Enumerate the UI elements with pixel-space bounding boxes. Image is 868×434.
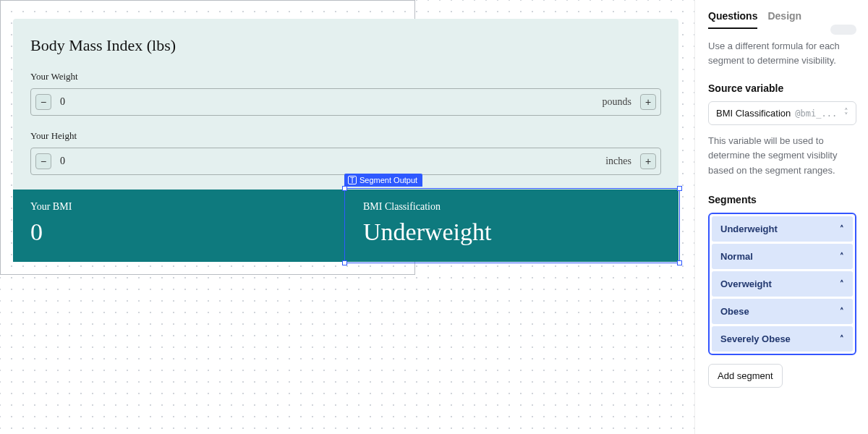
form-title: Body Mass Index (lbs) bbox=[30, 36, 661, 55]
toggle-partial[interactable] bbox=[830, 25, 856, 35]
sidebar: Questions Design Use a different formula… bbox=[694, 0, 868, 434]
source-variable-name: BMI Classification bbox=[716, 108, 791, 119]
segment-item-label: Normal bbox=[720, 251, 753, 262]
resize-handle[interactable] bbox=[677, 260, 682, 265]
segment-item[interactable]: Underweight ˄ bbox=[712, 216, 853, 242]
height-increment-button[interactable]: + bbox=[640, 153, 656, 169]
segment-description: Use a different formula for each segment… bbox=[708, 39, 856, 68]
segment-item[interactable]: Normal ˄ bbox=[712, 244, 853, 269]
segment-item[interactable]: Overweight ˄ bbox=[712, 271, 853, 297]
weight-decrement-button[interactable]: − bbox=[35, 94, 51, 110]
select-stepper-icon: ˄˅ bbox=[844, 109, 848, 118]
chevron-up-icon: ˄ bbox=[840, 334, 844, 344]
chevron-up-icon: ˄ bbox=[840, 279, 844, 289]
tab-questions[interactable]: Questions bbox=[708, 10, 757, 29]
height-input[interactable]: − 0 inches + bbox=[30, 148, 661, 175]
source-variable-select[interactable]: BMI Classification @bmi_... ˄˅ bbox=[708, 101, 856, 125]
segment-item-label: Overweight bbox=[720, 278, 772, 289]
classification-output-label: BMI Classification bbox=[363, 201, 661, 213]
tab-design[interactable]: Design bbox=[767, 10, 801, 29]
segment-item-label: Severely Obese bbox=[720, 333, 791, 344]
weight-label: Your Weight bbox=[30, 71, 661, 82]
bmi-output-value: 0 bbox=[30, 218, 328, 246]
height-decrement-button[interactable]: − bbox=[35, 153, 51, 169]
height-label: Your Height bbox=[30, 130, 661, 142]
weight-increment-button[interactable]: + bbox=[640, 94, 656, 110]
segment-item[interactable]: Severely Obese ˄ bbox=[712, 326, 853, 352]
add-segment-button[interactable]: Add segment bbox=[708, 364, 783, 388]
selection-tag: T Segment Output bbox=[344, 174, 422, 187]
bmi-output-label: Your BMI bbox=[30, 201, 328, 213]
results-row: Your BMI 0 T Segment Output BMI Classifi… bbox=[13, 190, 678, 262]
bmi-output: Your BMI 0 bbox=[13, 190, 346, 262]
height-value[interactable]: 0 bbox=[56, 156, 601, 167]
text-type-icon: T bbox=[348, 176, 357, 184]
canvas[interactable]: Body Mass Index (lbs) Your Weight − 0 po… bbox=[0, 0, 694, 434]
source-variable-help: This variable will be used to determine … bbox=[708, 134, 856, 177]
source-variable-token: @bmi_... bbox=[795, 109, 840, 119]
source-variable-label: Source variable bbox=[708, 82, 856, 94]
segments-label: Segments bbox=[708, 194, 856, 205]
chevron-up-icon: ˄ bbox=[840, 224, 844, 234]
weight-value[interactable]: 0 bbox=[56, 96, 598, 108]
height-unit: inches bbox=[601, 156, 636, 167]
weight-input[interactable]: − 0 pounds + bbox=[30, 88, 661, 116]
classification-output[interactable]: T Segment Output BMI Classification Unde… bbox=[346, 190, 678, 262]
weight-unit: pounds bbox=[598, 96, 636, 108]
segment-item[interactable]: Obese ˄ bbox=[712, 299, 853, 324]
chevron-up-icon: ˄ bbox=[840, 307, 844, 316]
form-card[interactable]: Body Mass Index (lbs) Your Weight − 0 po… bbox=[13, 19, 678, 262]
classification-output-value: Underweight bbox=[363, 218, 661, 246]
segments-list: Underweight ˄ Normal ˄ Overweight ˄ Obes… bbox=[708, 213, 856, 355]
segment-item-label: Obese bbox=[720, 306, 749, 317]
resize-handle[interactable] bbox=[677, 186, 682, 191]
segment-item-label: Underweight bbox=[720, 224, 778, 234]
chevron-up-icon: ˄ bbox=[840, 252, 844, 261]
selection-tag-label: Segment Output bbox=[359, 176, 417, 184]
